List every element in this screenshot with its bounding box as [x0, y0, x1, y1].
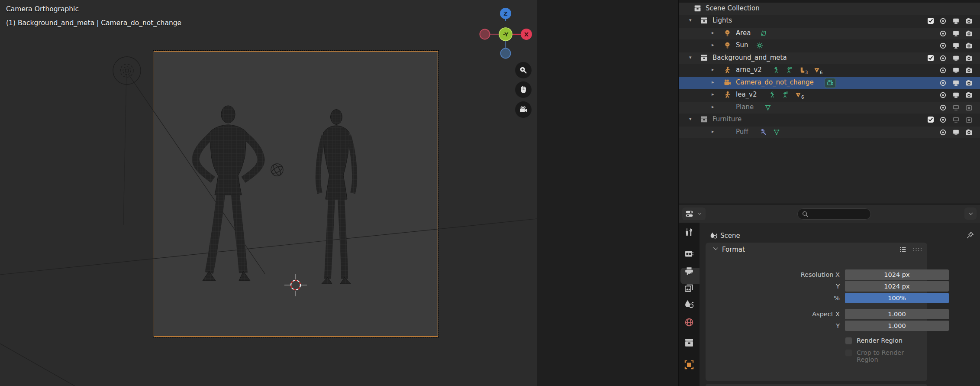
disclosure-closed-icon[interactable]: ▸ — [712, 104, 714, 110]
camera-toggle-icon[interactable] — [965, 91, 973, 99]
zoom-button[interactable] — [515, 62, 532, 78]
disclosure-open-icon[interactable]: ▾ — [689, 55, 692, 60]
outliner-item-name[interactable]: Puff — [736, 128, 748, 136]
value-field[interactable]: 1024 px — [845, 269, 949, 280]
eye-toggle-icon[interactable] — [939, 17, 947, 25]
properties-tab-scene[interactable] — [684, 299, 694, 309]
screen-toggle-icon[interactable] — [952, 79, 960, 87]
checkbox-label: Crop to Render Region — [857, 349, 927, 363]
panel-title[interactable]: Format — [722, 246, 745, 253]
checkbox-crop-to-render-region[interactable] — [845, 349, 852, 357]
eye-toggle-icon[interactable] — [939, 30, 947, 37]
camera-toggle-icon[interactable] — [965, 79, 973, 87]
viewport-3d[interactable]: Z X -Y Camera Orthographic (1) Backgroun… — [0, 0, 537, 386]
properties-tab-collection[interactable] — [684, 338, 694, 347]
disclosure-closed-icon[interactable]: ▸ — [712, 30, 714, 36]
properties-tab-render[interactable] — [684, 249, 694, 259]
camera-toggle-icon[interactable] — [965, 55, 973, 62]
collection-checkbox-checked[interactable] — [927, 17, 935, 25]
outliner-row-background-and-meta[interactable]: ▾Background_and_meta — [679, 52, 980, 64]
disclosure-closed-icon[interactable]: ▸ — [712, 129, 714, 134]
outliner-item-name[interactable]: arne_v2 — [736, 66, 762, 74]
disclosure-open-icon[interactable]: ▾ — [689, 17, 692, 23]
output-icon — [684, 266, 694, 276]
camera-toggle-icon[interactable] — [965, 129, 973, 136]
armature-icon — [724, 66, 731, 74]
outliner-item-name[interactable]: Scene Collection — [706, 4, 760, 12]
screen-toggle-icon[interactable] — [952, 67, 960, 74]
outliner-row-arne-v2[interactable]: ▸arne_v236 — [679, 65, 980, 76]
outliner-row-scene-collection[interactable]: Scene Collection — [679, 3, 980, 15]
search-input[interactable] — [811, 209, 869, 220]
eye-toggle-icon[interactable] — [939, 42, 947, 49]
camera-x-toggle-icon[interactable] — [965, 116, 973, 123]
disclosure-closed-icon[interactable]: ▸ — [712, 42, 714, 48]
screen-toggle-icon[interactable] — [952, 129, 960, 136]
outliner-item-name[interactable]: Area — [736, 29, 751, 37]
screen-dim-toggle-icon[interactable] — [952, 116, 960, 123]
screen-dim-toggle-icon[interactable] — [952, 104, 960, 111]
axis-label-y: -Y — [503, 31, 509, 38]
eye-toggle-icon[interactable] — [939, 67, 947, 74]
outliner-item-name[interactable]: Camera_do_not_change — [736, 78, 814, 86]
camera-toggle-icon[interactable] — [965, 42, 973, 49]
disclosure-closed-icon[interactable]: ▸ — [712, 91, 714, 97]
camera-toggle-icon[interactable] — [965, 30, 973, 37]
camera-toggle-icon[interactable] — [965, 17, 973, 25]
editor-type-button[interactable] — [682, 208, 706, 220]
screen-toggle-icon[interactable] — [952, 17, 960, 25]
outliner-item-name[interactable]: Background_and_meta — [712, 54, 787, 62]
screen-toggle-icon[interactable] — [952, 91, 960, 99]
properties-tab-view-layer[interactable] — [684, 283, 694, 292]
list-options-icon[interactable] — [899, 246, 906, 253]
outliner-row-plane[interactable]: ▸Plane — [679, 102, 980, 114]
value-field[interactable]: 1024 px — [845, 281, 949, 292]
disclosure-open-icon[interactable]: ▾ — [689, 116, 692, 122]
value-field[interactable]: 1.000 — [845, 309, 949, 319]
outliner-item-name[interactable]: Furniture — [712, 115, 741, 123]
eye-toggle-icon[interactable] — [939, 55, 947, 62]
collection-checkbox-checked[interactable] — [927, 116, 935, 123]
camera-view-button[interactable] — [515, 101, 532, 118]
value-field[interactable]: 1.000 — [845, 321, 949, 331]
outliner-row-puff[interactable]: ▸Puff — [679, 127, 980, 138]
outliner-item-name[interactable]: Lights — [712, 16, 732, 24]
checkbox-render-region[interactable] — [845, 337, 852, 344]
outliner-item-name[interactable]: Sun — [736, 41, 748, 49]
outliner-row-lights[interactable]: ▾Lights — [679, 15, 980, 27]
percentage-slider[interactable]: 100% — [845, 293, 949, 303]
screen-toggle-icon[interactable] — [952, 42, 960, 49]
disclosure-closed-icon[interactable]: ▸ — [712, 79, 714, 85]
outliner-item-name[interactable]: lea_v2 — [736, 91, 757, 98]
view-layer-icon — [684, 283, 694, 292]
breadcrumb[interactable]: Scene — [720, 232, 740, 240]
pin-icon[interactable] — [966, 231, 974, 239]
outliner-row-camera-do-not-change[interactable]: ▸Camera_do_not_change — [679, 77, 980, 89]
outliner-row-furniture[interactable]: ▾Furniture — [679, 114, 980, 126]
camera-x-toggle-icon[interactable] — [965, 104, 973, 111]
drag-grip-icon[interactable] — [912, 247, 922, 252]
eye-toggle-icon[interactable] — [939, 79, 947, 87]
properties-tab-world[interactable] — [684, 318, 694, 327]
outliner-row-lea-v2[interactable]: ▸lea_v26 — [679, 89, 980, 101]
disclosure-closed-icon[interactable]: ▸ — [712, 67, 714, 72]
eye-toggle-icon[interactable] — [939, 91, 947, 99]
next-panel-sliver — [706, 384, 927, 386]
outliner-row-sun[interactable]: ▸Sun — [679, 40, 980, 52]
eye-toggle-icon[interactable] — [939, 129, 947, 136]
screen-toggle-icon[interactable] — [952, 55, 960, 62]
screen-toggle-icon[interactable] — [952, 30, 960, 37]
properties-search-box[interactable] — [797, 208, 871, 220]
header-collapse-button[interactable] — [964, 208, 977, 220]
properties-tab-tool[interactable] — [684, 227, 694, 237]
collection-checkbox-checked[interactable] — [927, 55, 935, 62]
eye-toggle-icon[interactable] — [939, 104, 947, 111]
eye-toggle-icon[interactable] — [939, 116, 947, 123]
camera-toggle-icon[interactable] — [965, 67, 973, 74]
chevron-down-icon[interactable] — [713, 245, 718, 250]
pan-button[interactable] — [515, 81, 532, 98]
properties-tab-output[interactable] — [684, 266, 694, 276]
properties-tab-object[interactable] — [684, 360, 694, 370]
outliner-item-name[interactable]: Plane — [736, 103, 754, 111]
outliner-row-area[interactable]: ▸Area — [679, 28, 980, 39]
